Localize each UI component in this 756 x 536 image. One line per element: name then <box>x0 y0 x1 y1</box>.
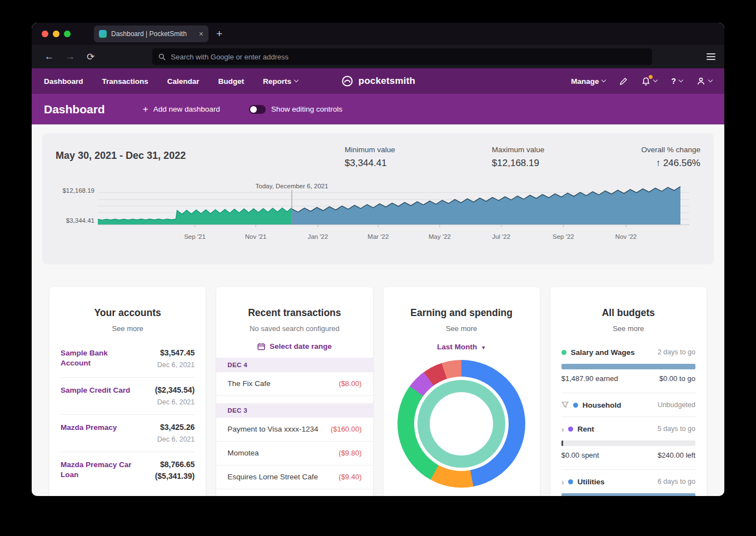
account-balance: $3,547.45 <box>157 348 195 357</box>
nav-item-transactions[interactable]: Transactions <box>102 77 148 86</box>
account-date: Dec 6, 2021 <box>157 435 195 443</box>
browser-tab[interactable]: Dashboard | PocketSmith × <box>94 26 208 42</box>
recent-transactions-card: Recent transactions No saved search conf… <box>216 287 372 496</box>
primary-nav: Dashboard Transactions Calendar Budget R… <box>44 77 298 86</box>
close-window-button[interactable] <box>42 31 48 37</box>
see-more-link[interactable]: See more <box>384 324 540 333</box>
notification-badge <box>649 75 653 79</box>
url-input[interactable] <box>171 53 646 61</box>
accounts-list: Sample Bank Account $3,547.45 Dec 6, 202… <box>61 340 195 489</box>
new-tab-button[interactable]: + <box>216 28 222 40</box>
stat-label: Minimum value <box>345 146 395 154</box>
transaction-name: Esquires Lorne Street Cafe <box>227 473 318 481</box>
transaction-name: The Fix Cafe <box>227 379 270 388</box>
nav-item-reports[interactable]: Reports <box>263 77 298 86</box>
help-icon: ? <box>671 77 676 86</box>
add-dashboard-label: Add new dashboard <box>153 105 220 113</box>
pocketsmith-logo-icon <box>341 74 354 88</box>
notifications-button[interactable] <box>641 77 657 86</box>
account-balance: ($2,345.54) <box>155 385 195 394</box>
forward-icon[interactable]: → <box>66 51 75 62</box>
account-name-link[interactable]: Sample Credit Card <box>61 385 130 406</box>
back-icon[interactable]: ← <box>44 51 54 62</box>
chevron-down-icon <box>653 78 658 82</box>
chevron-right-icon[interactable]: › <box>561 425 564 433</box>
x-axis-ticks: Sep '21Nov '21Jan '22Mar '22May '22Jul '… <box>98 233 689 243</box>
transaction-row: Esquires Lorne Street Cafe ($9.40) <box>216 465 372 489</box>
nav-item-calendar[interactable]: Calendar <box>167 77 200 86</box>
toggle-knob <box>250 106 257 113</box>
card-title: Your accounts <box>49 307 206 319</box>
stat-value: ↑ 246.56% <box>641 158 700 169</box>
account-row: Sample Credit Card ($2,345.54) Dec 6, 20… <box>61 378 195 415</box>
page-title: Dashboard <box>44 103 105 116</box>
show-editing-controls-toggle[interactable] <box>249 105 266 114</box>
user-icon <box>697 77 705 86</box>
your-accounts-card: Your accounts See more Sample Bank Accou… <box>49 287 206 496</box>
x-tick-label: Nov '21 <box>245 233 267 240</box>
account-row: Sample Bank Account $3,547.45 Dec 6, 202… <box>61 340 195 378</box>
edit-button[interactable] <box>619 77 628 86</box>
period-label: Last Month <box>437 343 477 351</box>
account-name-link[interactable]: Mazda Premacy <box>61 423 117 443</box>
add-dashboard-button[interactable]: + Add new dashboard <box>143 104 220 115</box>
budget-name: Rent <box>578 425 594 433</box>
stat-label: Maximum value <box>492 146 545 154</box>
account-date: Dec 6, 2021 <box>157 361 195 369</box>
chevron-right-icon[interactable]: › <box>561 478 564 486</box>
url-bar[interactable] <box>152 48 652 65</box>
transaction-row: Momotea ($9.80) <box>216 442 372 465</box>
chevron-down-icon <box>601 78 606 82</box>
period-selector[interactable]: Last Month ▼ <box>384 343 540 351</box>
account-row: Mazda Premacy Car Loan $8,766.65 ($5,341… <box>61 452 195 489</box>
see-more-link[interactable]: See more <box>49 324 206 333</box>
category-dot <box>561 350 566 355</box>
transaction-amount: ($9.40) <box>339 473 361 481</box>
transaction-amount: ($9.80) <box>339 449 361 457</box>
menu-icon[interactable] <box>707 53 715 60</box>
brand-logo[interactable]: pocketsmith <box>341 74 415 88</box>
transaction-amount: ($8.00) <box>339 379 361 388</box>
user-menu[interactable] <box>697 77 712 86</box>
date-group-header: DEC 3 <box>216 403 372 418</box>
net-worth-overview-card: May 30, 2021 - Dec 31, 2022 Minimum valu… <box>42 133 714 264</box>
earning-spending-card: Earning and spending See more Last Month… <box>384 287 540 496</box>
manage-menu[interactable]: Manage <box>571 77 605 86</box>
card-title: All budgets <box>550 307 707 319</box>
tab-close-icon[interactable]: × <box>199 29 203 38</box>
x-tick-label: Sep '21 <box>184 233 206 240</box>
up-arrow-icon: ↑ <box>656 158 661 168</box>
search-icon <box>158 53 166 61</box>
nav-item-budget[interactable]: Budget <box>218 77 245 86</box>
dropdown-arrow-icon: ▼ <box>481 345 486 350</box>
budget-bar-fill <box>561 493 695 496</box>
budget-bar-fill <box>561 440 563 446</box>
zoom-window-button[interactable] <box>64 31 71 37</box>
help-button[interactable]: ? <box>671 77 683 86</box>
x-tick-label: Jan '22 <box>307 233 328 240</box>
minimize-window-button[interactable] <box>53 31 59 37</box>
net-worth-chart: $12,168.19 $3,344.41 Today, December 6, … <box>56 183 700 243</box>
filter-icon <box>561 402 569 408</box>
chevron-down-icon <box>294 78 299 82</box>
x-tick-label: May '22 <box>429 233 451 240</box>
budget-stat-right: $0.00 to go <box>659 374 695 383</box>
account-date: Dec 6, 2021 <box>155 398 195 406</box>
nav-item-dashboard[interactable]: Dashboard <box>44 77 83 86</box>
dashboard-subheader: Dashboard + Add new dashboard Show editi… <box>32 94 724 124</box>
see-more-link[interactable]: See more <box>550 324 707 333</box>
stat-label: Overall % change <box>641 146 700 154</box>
transaction-name: Momotea <box>227 449 258 457</box>
budgets-list: Salary and Wages 2 days to go $1,487.90 … <box>561 340 695 496</box>
tab-favicon-icon <box>99 30 107 38</box>
account-name-link[interactable]: Mazda Premacy Car Loan <box>61 460 133 480</box>
account-name-link[interactable]: Sample Bank Account <box>61 348 133 369</box>
x-tick-label: Mar '22 <box>367 233 389 240</box>
account-balance: $3,425.26 <box>157 423 195 432</box>
transaction-amount: ($160.00) <box>331 425 362 433</box>
reload-icon[interactable]: ⟳ <box>87 51 94 63</box>
y-axis-min-label: $3,344.41 <box>56 217 94 224</box>
select-date-range-button[interactable]: Select date range <box>216 342 372 350</box>
net-worth-plot <box>98 183 689 229</box>
budget-bar <box>561 364 695 369</box>
